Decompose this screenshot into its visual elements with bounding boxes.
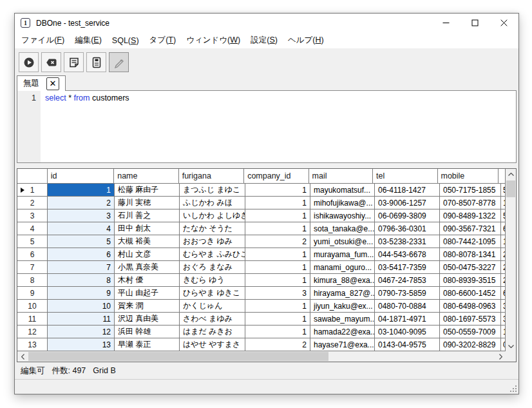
cell-mail-row3[interactable]: ishikawayoshiy...	[310, 209, 375, 222]
cell-mobile-row8[interactable]: 080-8939-3515	[440, 274, 501, 287]
row-header-8[interactable]: 8	[17, 274, 48, 287]
cell-company_id-row3[interactable]: 1	[245, 209, 310, 222]
cell-name-row8[interactable]: 木村 優	[115, 274, 180, 287]
cell-mail-row8[interactable]: kimura_88@exa...	[310, 274, 375, 287]
cell-company_id-row4[interactable]: 1	[245, 222, 310, 235]
cell-tel-row10[interactable]: 0480-70-0884	[375, 300, 440, 313]
cell-company_id-row13[interactable]: 2	[245, 338, 310, 351]
cell-id-row2[interactable]: 2	[48, 197, 115, 209]
cell-mobile-row10[interactable]: 080-6498-0963	[440, 300, 501, 313]
cell-id-row3[interactable]: 3	[48, 209, 115, 222]
cell-mobile-row12[interactable]: 050-0559-7009	[440, 325, 501, 338]
cell-mobile-row13[interactable]: 090-3202-8829	[440, 338, 501, 351]
cell-id-row11[interactable]: 11	[48, 313, 115, 325]
row-header-7[interactable]: 7	[17, 261, 48, 274]
cell-mail-row11[interactable]: sawabe_mayum...	[310, 313, 375, 325]
cell-id-row9[interactable]: 9	[48, 287, 115, 300]
record-button[interactable]	[86, 52, 106, 72]
cell-clipped-row4[interactable]: 6	[501, 222, 506, 235]
column-header-mail[interactable]: mail	[309, 169, 373, 184]
column-header-id[interactable]: id	[48, 169, 114, 184]
scroll-down-icon[interactable]	[506, 341, 516, 351]
row-header-11[interactable]: 11	[17, 313, 48, 325]
tab-untitled[interactable]: 無題 ✕	[17, 75, 66, 91]
row-header-3[interactable]: 3	[17, 209, 48, 222]
cell-tel-row4[interactable]: 0796-36-0301	[375, 222, 440, 235]
cell-id-row13[interactable]: 13	[48, 338, 115, 351]
minimize-button[interactable]	[432, 14, 461, 32]
cell-tel-row5[interactable]: 03-5238-2331	[375, 235, 440, 248]
menu-item-H[interactable]: ヘルプ(H)	[283, 32, 329, 48]
cell-clipped-row13[interactable]: 0	[501, 338, 506, 351]
cell-mail-row12[interactable]: hamada22@exa...	[310, 325, 375, 338]
cell-mobile-row6[interactable]: 080-8078-1341	[440, 248, 501, 261]
execute-button[interactable]	[19, 52, 39, 72]
cell-furigana-row6[interactable]: むらやま ふみひこ	[180, 248, 245, 261]
cell-id-row10[interactable]: 10	[48, 300, 115, 313]
cell-name-row12[interactable]: 浜田 幹雄	[115, 325, 180, 338]
cell-company_id-row2[interactable]: 1	[245, 197, 310, 209]
cell-company_id-row5[interactable]: 2	[245, 235, 310, 248]
cell-clipped-row12[interactable]: 1	[501, 325, 506, 338]
column-header-clipped[interactable]	[499, 169, 506, 184]
menu-item-E[interactable]: 編集(E)	[70, 32, 107, 48]
cell-company_id-row10[interactable]: 1	[245, 300, 310, 313]
menu-item-S[interactable]: SQL(S)	[107, 34, 144, 48]
cell-id-row8[interactable]: 8	[48, 274, 115, 287]
cell-company_id-row6[interactable]: 1	[245, 248, 310, 261]
cell-clipped-row6[interactable]: 2	[501, 248, 506, 261]
cell-tel-row2[interactable]: 03-9006-1257	[375, 197, 440, 209]
cell-mail-row10[interactable]: jiyun_kaku@ex...	[310, 300, 375, 313]
scroll-left-icon[interactable]	[17, 351, 28, 362]
row-header-13[interactable]: 13	[17, 338, 48, 351]
horizontal-scrollbar[interactable]	[17, 351, 506, 362]
cell-tel-row1[interactable]: 06-4118-1427	[375, 184, 440, 197]
cell-tel-row12[interactable]: 03-1040-9095	[375, 325, 440, 338]
menu-item-T[interactable]: タブ(T)	[144, 32, 182, 48]
tab-close-button[interactable]: ✕	[46, 77, 59, 90]
cell-furigana-row11[interactable]: さわべ まゆみ	[180, 313, 245, 325]
cell-tel-row11[interactable]: 04-1871-4971	[375, 313, 440, 325]
cell-name-row2[interactable]: 藤川 実穂	[115, 197, 180, 209]
cell-tel-row3[interactable]: 06-0699-3809	[375, 209, 440, 222]
cell-company_id-row12[interactable]: 1	[245, 325, 310, 338]
cell-name-row11[interactable]: 沢辺 真由美	[115, 313, 180, 325]
cell-mail-row6[interactable]: murayama_fum...	[310, 248, 375, 261]
cell-clipped-row9[interactable]: 6	[501, 287, 506, 300]
row-header-9[interactable]: 9	[17, 287, 48, 300]
grid-corner-header[interactable]	[17, 169, 48, 184]
row-header-10[interactable]: 10	[17, 300, 48, 313]
cell-furigana-row7[interactable]: おぐろ まなみ	[180, 261, 245, 274]
cell-id-row6[interactable]: 6	[48, 248, 115, 261]
row-header-6[interactable]: 6	[17, 248, 48, 261]
cell-name-row10[interactable]: 賀来 潤	[115, 300, 180, 313]
scroll-right-icon[interactable]	[495, 351, 506, 362]
cell-mail-row13[interactable]: hayase71@exa...	[310, 338, 375, 351]
cell-id-row1[interactable]: 1	[48, 184, 115, 197]
row-header-12[interactable]: 12	[17, 325, 48, 338]
column-header-mobile[interactable]: mobile	[438, 169, 499, 184]
stop-button[interactable]	[41, 52, 61, 72]
cell-name-row9[interactable]: 平山 由起子	[115, 287, 180, 300]
cell-name-row13[interactable]: 早瀬 泰正	[115, 338, 180, 351]
maximize-button[interactable]	[461, 14, 489, 32]
cell-clipped-row7[interactable]: 2	[501, 261, 506, 274]
cell-clipped-row2[interactable]: 1	[501, 197, 506, 209]
cell-company_id-row9[interactable]: 3	[245, 287, 310, 300]
cell-mail-row4[interactable]: sota_tanaka@e...	[310, 222, 375, 235]
cell-mobile-row3[interactable]: 090-8489-1322	[440, 209, 501, 222]
vertical-scrollbar[interactable]	[506, 169, 516, 351]
cell-furigana-row5[interactable]: おおつき ゆみ	[180, 235, 245, 248]
cell-furigana-row9[interactable]: ひらやま ゆきこ	[180, 287, 245, 300]
vertical-scroll-thumb[interactable]	[506, 180, 515, 197]
cell-mobile-row11[interactable]: 080-1697-5573	[440, 313, 501, 325]
cell-tel-row6[interactable]: 044-543-6678	[375, 248, 440, 261]
cell-name-row1[interactable]: 松藤 麻由子	[115, 184, 180, 197]
cell-clipped-row1[interactable]: 5	[501, 184, 506, 197]
cell-clipped-row8[interactable]: 2	[501, 274, 506, 287]
menu-item-F[interactable]: ファイル(F)	[16, 32, 70, 48]
menu-item-W[interactable]: ウィンドウ(W)	[181, 32, 245, 48]
resize-grip[interactable]	[509, 384, 517, 392]
cell-id-row4[interactable]: 4	[48, 222, 115, 235]
cell-clipped-row3[interactable]: 5	[501, 209, 506, 222]
